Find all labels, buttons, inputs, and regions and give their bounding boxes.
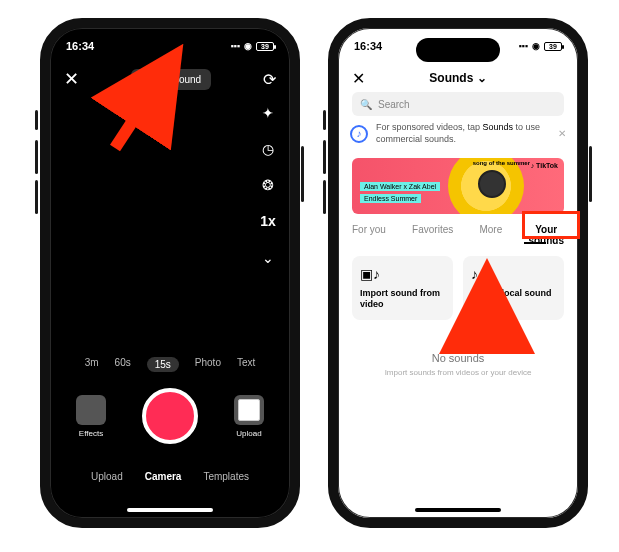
tab-foryou[interactable]: For you xyxy=(352,224,386,246)
phone-side-button xyxy=(301,146,304,202)
filters-icon[interactable]: ❂ xyxy=(259,176,277,194)
local-sound-icon: ♪⌕ xyxy=(471,266,556,282)
duration-60s[interactable]: 60s xyxy=(115,357,131,372)
search-icon: 🔍 xyxy=(360,99,372,110)
dismiss-notice-icon[interactable]: ✕ xyxy=(558,127,566,140)
promo-banner[interactable]: ♪ TikTok song of the summer Alan Walker … xyxy=(352,158,564,214)
mode-templates[interactable]: Templates xyxy=(203,471,249,482)
import-from-video-button[interactable]: ▣♪ Import sound from video xyxy=(352,256,453,320)
upload-label: Upload xyxy=(236,429,261,438)
import-video-label: Import sound from video xyxy=(360,288,445,310)
banner-tagline: song of the summer xyxy=(473,160,530,166)
annotation-arrow-import-local xyxy=(457,300,517,360)
duration-selector: 3m 60s 15s Photo Text xyxy=(50,357,290,372)
duration-15s[interactable]: 15s xyxy=(147,357,179,372)
capture-row: Effects Upload xyxy=(50,388,290,444)
tab-favorites[interactable]: Favorites xyxy=(412,224,453,246)
import-local-label: Import local sound xyxy=(471,288,556,299)
timer-icon[interactable]: ◷ xyxy=(259,140,277,158)
signal-icon: ▪▪▪ xyxy=(518,41,528,51)
phone-side-button xyxy=(35,110,38,130)
close-icon[interactable]: ✕ xyxy=(352,69,365,88)
flip-camera-icon[interactable]: ⟳ xyxy=(263,70,276,89)
status-time: 16:34 xyxy=(354,40,382,52)
home-indicator[interactable] xyxy=(415,508,501,512)
notice-text: For sponsored videos, tap Sounds to use … xyxy=(376,122,550,145)
upload-icon xyxy=(234,395,264,425)
banner-artist-tag: Alan Walker x Zak Abel xyxy=(360,182,440,191)
notch xyxy=(416,38,500,62)
phone-side-button xyxy=(35,180,38,214)
phone-side-button xyxy=(323,110,326,130)
signal-icon: ▪▪▪ xyxy=(230,41,240,51)
camera-side-tools: ✦ ◷ ❂ 1x ⌄ xyxy=(258,104,278,268)
mode-camera[interactable]: Camera xyxy=(145,471,182,482)
status-indicators: ▪▪▪ ◉ 39 xyxy=(518,41,562,51)
upload-button[interactable]: Upload xyxy=(234,395,264,438)
search-input[interactable]: 🔍 Search xyxy=(352,92,564,116)
mode-upload[interactable]: Upload xyxy=(91,471,123,482)
tab-more[interactable]: More xyxy=(479,224,502,246)
record-button[interactable] xyxy=(142,388,198,444)
mode-selector: Upload Camera Templates xyxy=(50,471,290,482)
video-sound-icon: ▣♪ xyxy=(360,266,445,282)
home-indicator[interactable] xyxy=(127,508,213,512)
page-title[interactable]: Sounds ⌄ xyxy=(429,71,486,85)
search-placeholder: Search xyxy=(378,99,410,110)
close-icon[interactable]: ✕ xyxy=(64,68,79,90)
effects-icon xyxy=(76,395,106,425)
phone-side-button xyxy=(35,140,38,174)
banner-song-tag: Endless Summer xyxy=(360,194,421,203)
speed-icon[interactable]: 1x xyxy=(259,212,277,230)
duration-photo[interactable]: Photo xyxy=(195,357,221,372)
wifi-icon: ◉ xyxy=(244,41,252,51)
phone-side-button xyxy=(323,140,326,174)
effects-button[interactable]: Effects xyxy=(76,395,106,438)
empty-subtitle: Import sounds from videos or your device xyxy=(358,368,558,377)
phone-side-button xyxy=(589,146,592,202)
annotation-arrow-add-sound xyxy=(105,78,175,158)
effects-label: Effects xyxy=(79,429,103,438)
artist-avatar xyxy=(478,170,506,198)
phone-side-button xyxy=(323,180,326,214)
notch xyxy=(128,38,212,62)
tab-underline xyxy=(524,242,546,244)
phone-sounds-screen: 16:34 ▪▪▪ ◉ 39 ✕ Sounds ⌄ 🔍 Search ♪ For… xyxy=(328,18,588,528)
svg-line-0 xyxy=(115,84,157,148)
duration-text[interactable]: Text xyxy=(237,357,255,372)
chevron-down-icon: ⌄ xyxy=(473,71,486,85)
sponsored-notice: ♪ For sponsored videos, tap Sounds to us… xyxy=(350,122,566,145)
duration-3m[interactable]: 3m xyxy=(85,357,99,372)
flash-icon[interactable]: ✦ xyxy=(259,104,277,122)
status-time: 16:34 xyxy=(66,40,94,52)
battery-icon: 39 xyxy=(544,42,562,51)
status-indicators: ▪▪▪ ◉ 39 xyxy=(230,41,274,51)
wifi-icon: ◉ xyxy=(532,41,540,51)
tiktok-logo: ♪ TikTok xyxy=(531,162,558,169)
expand-tools-icon[interactable]: ⌄ xyxy=(258,248,278,268)
battery-icon: 39 xyxy=(256,42,274,51)
info-music-icon: ♪ xyxy=(350,125,368,143)
annotation-highlight-your-sounds xyxy=(522,211,580,239)
sounds-header: ✕ Sounds ⌄ xyxy=(338,66,578,90)
